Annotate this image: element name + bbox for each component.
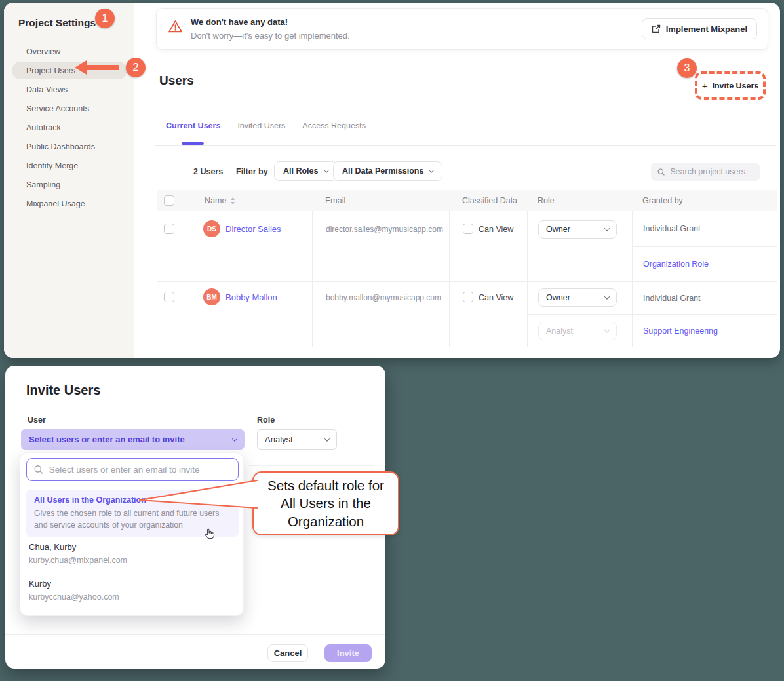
role-select[interactable]: Owner — [538, 288, 617, 307]
role-select-disabled: Analyst — [538, 322, 617, 340]
row-checkbox[interactable] — [164, 224, 174, 234]
tabs-divider — [155, 145, 776, 146]
sidebar-item-service-accounts[interactable]: Service Accounts — [4, 99, 134, 118]
chevron-down-icon — [324, 436, 330, 441]
col-header-granted-by[interactable]: Granted by — [632, 196, 777, 205]
step-badge-1: 1 — [95, 9, 115, 28]
table-row: BM Bobby Mallon bobby.mallon@mymusicapp.… — [157, 282, 777, 347]
modal-footer-divider — [5, 634, 385, 635]
settings-sidebar: Project Settings Overview Project Users … — [4, 3, 134, 358]
invite-users-button[interactable]: + Invite Users — [702, 80, 759, 91]
all-roles-filter[interactable]: All Roles — [274, 161, 338, 181]
modal-title: Invite Users — [26, 383, 100, 398]
callout-tail — [134, 475, 259, 511]
col-header-classified[interactable]: Classified Data — [449, 196, 527, 205]
warning-icon — [168, 20, 183, 33]
chevron-down-icon — [232, 436, 237, 441]
col-header-name[interactable]: Name — [205, 196, 226, 205]
option-user[interactable]: Chua, Kurby kurby.chua@mixpanel.com — [29, 542, 127, 565]
screenshot-canvas: Project Settings Overview Project Users … — [0, 0, 784, 681]
user-count: 2 Users — [193, 167, 223, 176]
sort-icon[interactable] — [230, 197, 235, 204]
search-input[interactable] — [670, 167, 753, 176]
user-email: bobby.mallon@mymusicapp.com — [326, 293, 441, 302]
sidebar-item-sampling[interactable]: Sampling — [4, 175, 134, 194]
project-settings-panel: Project Settings Overview Project Users … — [4, 3, 780, 358]
avatar: BM — [203, 288, 220, 305]
tab-current-users[interactable]: Current Users — [166, 121, 220, 130]
sidebar-item-identity-merge[interactable]: Identity Merge — [4, 156, 134, 175]
invite-users-highlight-box: + Invite Users — [695, 71, 766, 100]
sidebar-title: Project Settings — [18, 17, 96, 29]
form-divider — [249, 465, 375, 466]
option-user[interactable]: Kurby kurbycchua@yahoo.com — [29, 579, 119, 602]
plus-icon: + — [702, 80, 708, 91]
row-checkbox[interactable] — [164, 292, 174, 302]
user-email: director.salles@mymusicapp.com — [326, 225, 443, 234]
filter-divider — [222, 164, 222, 178]
chevron-down-icon — [323, 167, 328, 172]
tab-access-requests[interactable]: Access Requests — [302, 121, 366, 130]
invite-button[interactable]: Invite — [324, 644, 372, 662]
banner-action-label: Implement Mixpanel — [666, 24, 747, 34]
can-view-label: Can View — [479, 225, 513, 234]
project-users-search[interactable] — [651, 163, 760, 181]
select-all-checkbox[interactable] — [164, 195, 174, 206]
granted-by-entry: Individual Grant — [633, 282, 777, 315]
organization-role-link[interactable]: Organization Role — [633, 247, 777, 281]
users-table: Name Email Classified Data Role Granted … — [157, 190, 777, 347]
role-field-label: Role — [257, 416, 275, 425]
sidebar-item-autotrack[interactable]: Autotrack — [4, 118, 134, 137]
sidebar-item-mixpanel-usage[interactable]: Mixpanel Usage — [4, 194, 134, 213]
can-view-label: Can View — [479, 293, 513, 302]
banner-subtitle: Don't worry—it's easy to get implemented… — [191, 31, 350, 41]
cancel-button[interactable]: Cancel — [267, 644, 308, 662]
implement-mixpanel-button[interactable]: Implement Mixpanel — [642, 18, 757, 39]
callout-bubble: Sets default role for All Users in the O… — [252, 471, 399, 535]
dropdown-search-input[interactable] — [49, 465, 231, 475]
col-header-role[interactable]: Role — [527, 196, 632, 205]
pointer-arrow-icon — [75, 60, 119, 75]
chevron-down-icon — [429, 167, 434, 172]
sidebar-item-data-views[interactable]: Data Views — [4, 80, 134, 99]
chevron-down-icon — [604, 225, 610, 231]
no-data-banner: We don't have any data! Don't worry—it's… — [156, 8, 768, 50]
all-data-permissions-filter[interactable]: All Data Permissions — [333, 161, 442, 181]
table-header-row: Name Email Classified Data Role Granted … — [157, 190, 777, 211]
avatar: DS — [203, 220, 220, 237]
chevron-down-icon — [604, 327, 610, 332]
user-select[interactable]: Select users or enter an email to invite — [21, 429, 245, 450]
chevron-down-icon — [604, 294, 610, 299]
external-link-icon — [652, 24, 661, 33]
support-engineering-link[interactable]: Support Engineering — [633, 315, 777, 347]
user-name-link[interactable]: Bobby Mallon — [225, 292, 277, 302]
role-select[interactable]: Analyst — [257, 429, 337, 450]
col-header-email[interactable]: Email — [312, 196, 449, 205]
table-row: DS Director Salles director.salles@mymus… — [157, 211, 777, 282]
user-name-link[interactable]: Director Salles — [225, 224, 281, 234]
can-view-checkbox[interactable] — [463, 224, 473, 234]
users-tabs: Current Users Invited Users Access Reque… — [166, 121, 366, 130]
can-view-checkbox[interactable] — [463, 292, 473, 302]
search-icon — [657, 168, 665, 176]
banner-title: We don't have any data! — [191, 17, 288, 27]
sidebar-item-overview[interactable]: Overview — [4, 42, 134, 61]
step-badge-2: 2 — [126, 58, 146, 77]
role-select[interactable]: Owner — [538, 220, 617, 239]
sidebar-item-public-dashboards[interactable]: Public Dashboards — [4, 137, 134, 156]
search-icon — [34, 465, 43, 475]
step-badge-3: 3 — [677, 58, 697, 78]
user-field-label: User — [28, 416, 46, 425]
tab-invited-users[interactable]: Invited Users — [237, 121, 285, 130]
page-title: Users — [159, 73, 194, 88]
filter-by-label: Filter by — [236, 167, 268, 176]
granted-by-entry: Individual Grant — [633, 211, 777, 247]
hand-cursor-icon — [204, 528, 215, 540]
